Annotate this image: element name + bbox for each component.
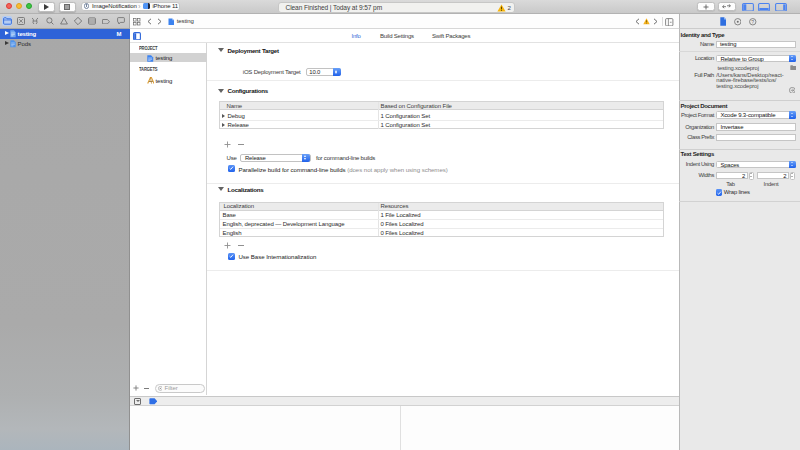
svg-text:?: ? — [751, 19, 754, 25]
